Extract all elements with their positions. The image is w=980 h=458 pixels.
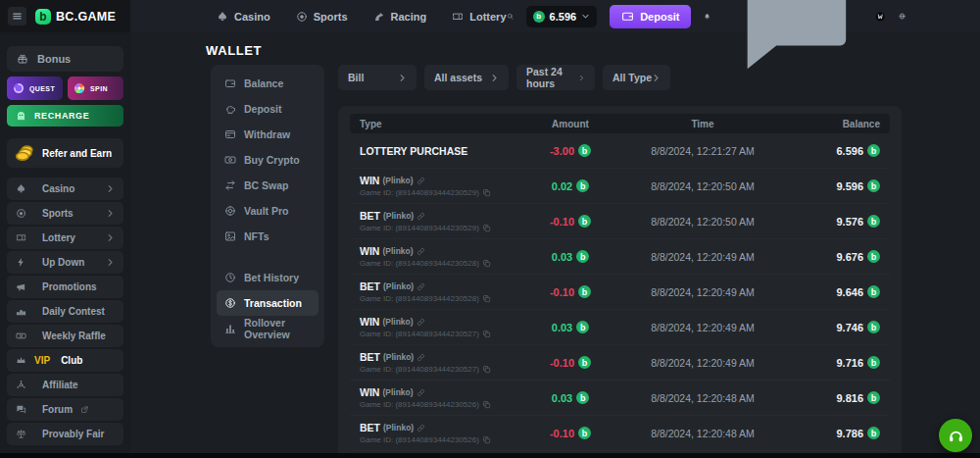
copy-icon[interactable] [482,400,491,409]
wallet-menu-item[interactable]: Bet History [217,265,318,290]
link-icon[interactable] [416,282,425,291]
game-id: Game ID: (891440893444230529) [360,224,479,232]
transaction-amount: -0.10 [550,357,574,369]
lottery-icon [16,232,26,243]
link-icon[interactable] [416,212,425,221]
column-header-type: Type [360,119,507,129]
wallet-menu-item[interactable]: Buy Crypto [217,147,318,173]
bc-dollar-coin-icon [867,285,880,298]
language-globe-icon[interactable] [899,9,906,24]
sidebar-menu-item[interactable]: Provably Fair [7,423,123,445]
wallet-menu-item[interactable]: Balance [217,71,318,96]
nav-item[interactable]: Casino [217,11,270,23]
transaction-amount: 0.03 [552,322,572,333]
wallet-menu-item[interactable]: Deposit [217,96,318,122]
forum-icon [16,404,26,415]
bottom-edge-bar [0,453,980,458]
transaction-time: 8/8/2024, 12:20:49 AM [651,322,755,333]
link-icon[interactable] [416,424,425,433]
link-icon[interactable] [416,247,425,256]
sidebar-menu-item[interactable]: Affiliate [7,374,123,396]
transaction-amount: -0.10 [550,216,574,228]
bc-dollar-coin-icon [867,427,880,439]
menu-label: Daily Contest [42,306,105,317]
copy-icon[interactable] [482,294,491,303]
live-support-button[interactable] [939,419,972,452]
transaction-balance: 9.646 [836,286,863,298]
sidebar-menu-item[interactable]: Daily Contest [7,300,123,323]
transaction-type: BET [360,351,380,363]
copy-icon[interactable] [482,259,491,268]
wallet-item-label: Vault Pro [244,205,289,217]
wallet-menu-item[interactable]: Withdraw [217,122,318,147]
balance-selector[interactable]: 6.596 [526,6,598,27]
link-icon[interactable] [416,388,425,397]
user-avatar[interactable] [875,6,885,27]
transaction-game: (Plinko) [382,176,413,185]
racing-icon [373,11,385,23]
spin-badge[interactable]: SPIN [68,76,123,100]
nav-item-label: Racing [391,11,427,23]
sidebar-menu-item[interactable]: Weekly Raffle [7,325,123,347]
nav-item[interactable]: Sports [296,11,348,23]
sidebar-menu-item[interactable]: Casino [7,178,123,200]
wallet-menu-item[interactable]: NFTs [217,224,318,249]
bc-dollar-coin-icon [578,215,591,228]
spin-wheel-icon [73,81,86,95]
quest-badge[interactable]: QUEST [7,76,63,100]
copy-icon[interactable] [482,188,491,197]
sidebar-item-bonus[interactable]: Bonus [7,46,123,72]
sidebar-menu-item[interactable]: Promotions [7,276,123,298]
sidebar-menu-item[interactable]: Forum [7,398,123,421]
transaction-type: BET [360,210,380,222]
bc-dollar-coin-icon [867,179,880,192]
copy-icon[interactable] [482,435,491,444]
wallet-menu-item[interactable]: Rollover Overview [217,316,318,341]
copy-icon[interactable] [482,365,491,374]
wallet-menu-item[interactable]: BC Swap [217,173,318,198]
chevron-right-icon [106,184,115,193]
transaction-balance: 9.746 [836,322,863,333]
filter-dropdown[interactable]: All assets [424,65,509,90]
bc-dollar-coin-icon [867,356,880,369]
menu-toggle-button[interactable] [8,7,26,25]
wallet-item-label: Rollover Overview [244,317,311,340]
sidebar-item-recharge[interactable]: RECHARGE [7,105,123,127]
filter-dropdown[interactable]: Bill [338,65,416,90]
sidebar-menu-item[interactable]: Sports [7,202,123,225]
quest-swirl-icon [12,81,25,95]
transaction-row: BET (Plinko) Game ID: (89144089344423052… [350,275,890,310]
top-navbar: b BC.GAME Casino Sports Racing Lottery [0,0,980,32]
sidebar-item-refer-and-earn[interactable]: Refer and Earn [7,138,123,168]
deposit-button[interactable]: Deposit [610,5,691,28]
copy-icon[interactable] [482,224,491,232]
wallet-menu-item[interactable]: Vault Pro [217,198,318,224]
bc-dollar-coin-icon [867,391,880,404]
nav-item[interactable]: Lottery [452,11,506,23]
sidebar-menu-item[interactable]: Lottery [7,227,123,249]
piggy-icon [224,103,236,115]
wallet-icon [621,10,634,23]
search-icon[interactable] [507,9,514,24]
bc-dollar-coin-icon [578,285,591,298]
sidebar-menu-item[interactable]: Up Down [7,251,123,274]
notifications-bell-icon[interactable] [704,9,710,24]
nav-item[interactable]: Racing [373,11,427,23]
wallet-menu-item[interactable]: Transaction [217,290,318,316]
link-icon[interactable] [416,177,425,185]
link-icon[interactable] [416,353,425,362]
clock-icon [224,272,236,283]
navbar-right: 6.596 Deposit [507,0,980,85]
vault-icon [224,205,236,217]
affiliate-icon [16,380,26,390]
link-icon[interactable] [416,318,425,327]
transaction-time: 8/8/2024, 12:20:50 AM [651,180,755,192]
bc-game-logo[interactable]: b BC.GAME [35,9,116,25]
fair-icon [16,429,26,439]
nav-item-label: Sports [314,11,348,23]
wallet-item-label: NFTs [244,230,269,242]
copy-icon[interactable] [482,330,491,338]
sidebar-menu-item[interactable]: VIP Club [7,349,123,372]
chat-button[interactable] [724,0,863,85]
column-header-balance: Balance [771,119,880,129]
